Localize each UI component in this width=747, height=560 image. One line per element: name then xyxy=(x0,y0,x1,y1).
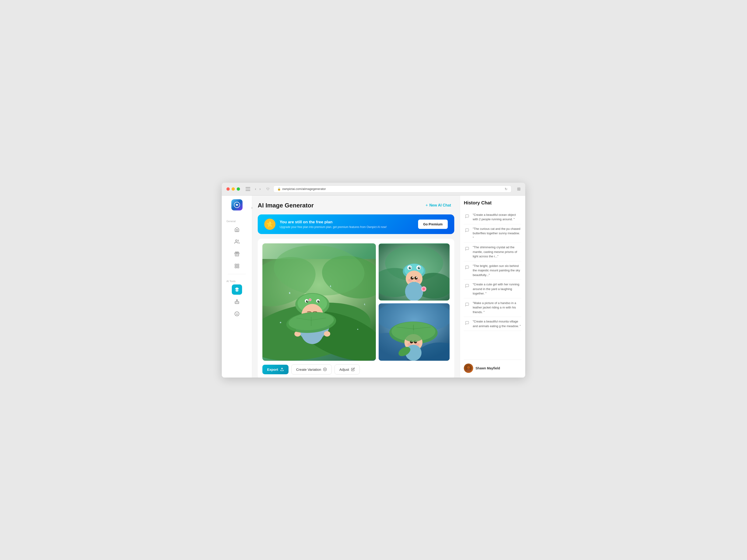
aitools-section-label: AI Tools xyxy=(222,280,235,283)
svg-rect-5 xyxy=(235,264,236,265)
chat-bubble-icon xyxy=(464,264,470,271)
side-image-2[interactable] xyxy=(379,303,449,361)
action-buttons: Export Create Variation xyxy=(262,365,449,374)
svg-point-55 xyxy=(324,331,330,337)
create-variation-label: Create Variation xyxy=(296,368,321,371)
chat-bubble-icon xyxy=(464,301,470,308)
list-item[interactable]: "Make a picture of a handso in a leather… xyxy=(464,298,521,317)
sidebar-item-gift[interactable] xyxy=(232,249,242,259)
chat-bubble-icon xyxy=(464,320,470,326)
avatar xyxy=(464,364,473,373)
history-panel: History Chat "Create a beautiful ocean o… xyxy=(460,195,525,377)
go-premium-button[interactable]: Go Premium xyxy=(418,219,448,229)
sidebar-item-home[interactable] xyxy=(232,224,242,235)
sidebar-item-robot[interactable] xyxy=(232,297,242,307)
history-item-text: "Create a beautiful mounta village and a… xyxy=(473,319,521,328)
chat-bubble-icon xyxy=(464,245,470,252)
history-item-text: "The shimmering crystal ad the mantle, c… xyxy=(473,245,521,259)
plus-icon: + xyxy=(426,203,428,208)
premium-star-icon: ⭐ xyxy=(264,219,276,230)
side-images xyxy=(379,243,449,361)
svg-point-27 xyxy=(280,322,281,323)
new-chat-label: New AI Chat xyxy=(429,203,451,208)
premium-banner: ⭐ You are still on the free plan Upgrade… xyxy=(258,214,454,234)
svg-point-80 xyxy=(405,282,423,300)
list-item[interactable]: "Create a beautiful ocean object with 2 … xyxy=(464,210,521,224)
url-text: ownpictai.com/aiimagegenerator xyxy=(282,187,326,191)
export-icon xyxy=(280,368,284,371)
adjust-label: Adjust xyxy=(339,368,349,371)
chat-bubble-icon xyxy=(464,227,470,234)
address-bar[interactable]: 🔒 ownpictai.com/aiimagegenerator ↻ xyxy=(273,186,512,192)
create-variation-button[interactable]: Create Variation xyxy=(291,365,332,374)
premium-subtitle: Upgrade your free plan into premium plan… xyxy=(280,225,414,229)
list-item[interactable]: "Create a cute girl with her running aro… xyxy=(464,280,521,298)
forward-arrow[interactable]: › xyxy=(258,186,261,192)
svg-point-2 xyxy=(235,240,237,241)
sidebar-item-face[interactable] xyxy=(232,309,242,319)
chat-bubble-icon xyxy=(464,283,470,289)
sidebar-toggle-icon[interactable] xyxy=(246,187,250,191)
plus-circle-icon xyxy=(323,368,327,371)
minimize-button[interactable] xyxy=(232,187,235,191)
svg-rect-8 xyxy=(235,266,236,268)
lock-icon: 🔒 xyxy=(277,187,281,191)
sidebar-header: › xyxy=(222,199,252,212)
svg-point-39 xyxy=(318,300,319,301)
image-container: Export Create Variation xyxy=(258,239,454,377)
sidebar-item-grid[interactable] xyxy=(232,261,242,271)
svg-point-38 xyxy=(307,300,308,301)
svg-point-79 xyxy=(416,276,417,278)
svg-point-78 xyxy=(412,276,414,278)
image-grid xyxy=(262,243,449,361)
close-button[interactable] xyxy=(227,187,230,191)
sidebar: › General xyxy=(222,195,252,377)
svg-point-99 xyxy=(403,330,424,342)
reload-icon[interactable]: ↻ xyxy=(505,187,508,191)
svg-point-71 xyxy=(410,267,411,268)
general-nav-group xyxy=(222,224,252,271)
svg-point-82 xyxy=(422,288,425,290)
svg-point-108 xyxy=(467,366,470,368)
list-item[interactable]: "The bright, golden sun slo behind the m… xyxy=(464,261,521,280)
user-name: Shawn Mayfield xyxy=(475,366,500,370)
browser-chrome: ‹ › 🛡 🔒 ownpictai.com/aiimagegenerator ↻… xyxy=(222,183,525,195)
content-header: AI Image Generator + New AI Chat xyxy=(258,201,454,210)
traffic-lights xyxy=(227,187,240,191)
list-item[interactable]: "The curious cat and the pu chased butte… xyxy=(464,224,521,243)
svg-point-15 xyxy=(235,312,239,316)
aitools-nav-group xyxy=(222,285,252,319)
nav-arrows: ‹ › xyxy=(254,186,262,192)
back-arrow[interactable]: ‹ xyxy=(254,186,257,192)
sidebar-item-users[interactable] xyxy=(232,237,242,247)
sidebar-item-ai-image[interactable] xyxy=(232,285,242,295)
general-section-label: General xyxy=(222,220,235,222)
side-image-1[interactable] xyxy=(379,243,449,301)
svg-point-36 xyxy=(306,300,308,302)
svg-point-77 xyxy=(414,276,418,279)
security-icon: 🛡 xyxy=(266,187,269,191)
edit-icon xyxy=(351,368,355,371)
svg-rect-6 xyxy=(237,264,238,265)
svg-point-76 xyxy=(411,276,414,279)
svg-point-37 xyxy=(317,300,319,302)
user-profile: Shawn Mayfield xyxy=(464,359,521,373)
main-layout: › General xyxy=(222,195,525,377)
new-chat-button[interactable]: + New AI Chat xyxy=(422,201,454,210)
new-tab-icon[interactable]: ⊞ xyxy=(517,186,520,192)
export-button[interactable]: Export xyxy=(262,365,288,374)
history-item-text: "Create a beautiful ocean object with 2 … xyxy=(473,213,521,222)
export-label: Export xyxy=(267,368,278,371)
svg-point-1 xyxy=(236,204,238,206)
page-title: AI Image Generator xyxy=(258,202,314,209)
main-generated-image[interactable] xyxy=(262,243,376,361)
maximize-button[interactable] xyxy=(237,187,240,191)
adjust-button[interactable]: Adjust xyxy=(335,365,360,374)
sidebar-collapse-button[interactable]: › xyxy=(249,205,255,211)
list-item[interactable]: "The shimmering crystal ad the mantle, c… xyxy=(464,243,521,261)
app-logo xyxy=(231,199,242,211)
history-item-text: "The curious cat and the pu chased butte… xyxy=(473,226,521,240)
content-area: AI Image Generator + New AI Chat ⭐ You a… xyxy=(252,195,460,377)
chat-bubble-icon xyxy=(464,213,470,219)
list-item[interactable]: "Create a beautiful mounta village and a… xyxy=(464,317,521,331)
